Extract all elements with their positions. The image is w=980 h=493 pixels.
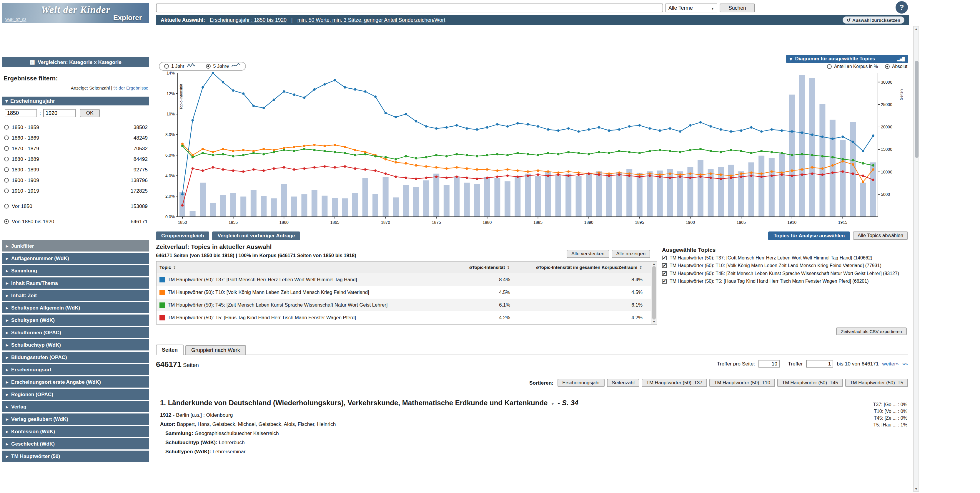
column-header-corpus-intensity[interactable]: øTopic-Intensität im gesamten Korpus/Zei… (519, 265, 651, 270)
display-percent-link[interactable]: % der Ergebnisse (114, 85, 148, 90)
result-title-link[interactable]: 1. Länderkunde von Deutschland (Wiederho… (160, 399, 547, 407)
year-to-input[interactable] (43, 109, 76, 117)
funnel-icon[interactable] (550, 399, 555, 407)
radio-icon[interactable] (4, 219, 9, 224)
app-logo[interactable]: Welt der Kinder Explorer WdK_07_03 (2, 3, 149, 23)
page-input[interactable] (806, 360, 833, 367)
checkbox-icon[interactable] (662, 271, 667, 276)
per-page-input[interactable] (759, 360, 780, 367)
tab-gruppiert-nach-werk[interactable]: Gruppiert nach Werk (185, 345, 246, 354)
scroll-up-icon[interactable] (915, 27, 918, 30)
sidebar-section-header[interactable]: Schulformen (OPAC) (2, 327, 149, 338)
topic-row[interactable]: TM Hauptwörter (50): T45: [Zeit Mensch L… (156, 298, 651, 311)
checkbox-icon[interactable] (662, 263, 667, 268)
scroll-up-icon[interactable] (652, 262, 655, 265)
sidebar-section-header[interactable]: Geschlecht (WdK) (2, 438, 149, 450)
column-header-intensity[interactable]: øTopic-Intensität (451, 265, 519, 270)
sidebar-section-header[interactable]: Konfession (WdK) (2, 426, 149, 437)
year-range-option[interactable]: 1900 - 1909 138796 (4, 175, 148, 185)
sidebar-section-header[interactable]: Regionen (OPAC) (2, 389, 149, 400)
sort-button[interactable]: TM Hauptwörter (50): T5 (845, 379, 908, 387)
search-input[interactable] (156, 3, 663, 12)
checkbox-icon[interactable] (662, 255, 667, 260)
sidebar-section-header[interactable]: Schultypen Allgemein (WdK) (2, 302, 149, 313)
scroll-down-icon[interactable] (915, 487, 918, 491)
compare-category-button[interactable]: Vergleichen: Kategorie x Kategorie (2, 57, 149, 67)
timeline-chart[interactable]: 0.0%2.0%4.0%6.0%8.0%10%12%14%50001000015… (158, 68, 905, 226)
sort-button[interactable]: TM Hauptwörter (50): T10 (710, 379, 775, 387)
sort-icon[interactable] (507, 265, 510, 270)
radio-icon[interactable] (4, 146, 9, 151)
sidebar-section-header[interactable]: Bildungsstufen (OPAC) (2, 352, 149, 363)
radio-icon[interactable] (4, 188, 9, 193)
selected-topic-item[interactable]: TM Hauptwörter (50): T37: [Gott Mensch H… (662, 255, 908, 261)
version-link[interactable]: WdK_07_03 (5, 18, 27, 22)
year-range-option[interactable]: Vor 1850 153089 (4, 201, 148, 211)
scrollbar-thumb[interactable] (652, 266, 656, 319)
sidebar-section-header[interactable]: Erscheinungsort erste Angabe (WdK) (2, 377, 149, 388)
sidebar-section-header[interactable]: Verlag (2, 401, 149, 412)
sort-icon[interactable] (639, 265, 643, 270)
sidebar-section-header[interactable]: Inhalt Raum/Thema (2, 278, 149, 289)
tab-seiten[interactable]: Seiten (156, 345, 184, 355)
sidebar-section-header[interactable]: Schultypen (WdK) (2, 314, 149, 326)
scrollbar-thumb[interactable] (915, 61, 918, 158)
year-filter-header[interactable]: Erscheinungsjahr (2, 97, 149, 105)
topic-row[interactable]: TM Hauptwörter (50): T10: [Volk König Ma… (156, 286, 651, 298)
radio-icon[interactable] (4, 125, 9, 129)
radio-icon[interactable] (4, 204, 9, 209)
year-range-option[interactable]: Von 1850 bis 1920 646171 (4, 216, 148, 227)
deselect-all-topics-button[interactable]: Alle Topics abwählen (853, 231, 908, 240)
year-range-option[interactable]: 1860 - 1869 48249 (4, 132, 148, 143)
hide-all-button[interactable]: Alle verstecken (566, 250, 609, 258)
radio-icon[interactable] (4, 167, 9, 172)
group-compare-button[interactable]: Gruppenvergleich (156, 231, 209, 240)
page-scrollbar[interactable] (913, 26, 919, 492)
checkbox-icon[interactable] (662, 279, 667, 284)
year-range-option[interactable]: 1890 - 1899 92775 (4, 164, 148, 175)
sort-button[interactable]: TM Hauptwörter (50): T37 (642, 379, 707, 387)
sidebar-section-header[interactable]: Erscheinungsort (2, 364, 149, 375)
selection-filter-year[interactable]: Erscheinungsjahr : 1850 bis 1920 (210, 17, 286, 23)
sort-icon[interactable] (173, 265, 176, 270)
scroll-down-icon[interactable] (652, 320, 655, 323)
topics-table-scrollbar[interactable] (651, 262, 657, 324)
selected-topic-item[interactable]: TM Hauptwörter (50): T5: [Haus Tag Kind … (662, 278, 908, 284)
sidebar-section-header[interactable]: Inhalt: Zeit (2, 290, 149, 301)
radio-icon[interactable] (4, 178, 9, 183)
sidebar-section-header[interactable]: Junkfilter (2, 240, 149, 252)
year-from-input[interactable] (5, 109, 37, 117)
selection-filter-junk[interactable]: min. 50 Worte, min. 3 Sätze, geringer An… (298, 17, 445, 23)
show-all-button[interactable]: Alle anzeigen (612, 250, 651, 258)
column-header-topic[interactable]: Topic (156, 265, 451, 270)
year-ok-button[interactable]: OK (80, 109, 100, 117)
year-range-option[interactable]: 1870 - 1879 70532 (4, 143, 148, 154)
sort-button[interactable]: Erscheinungsjahr (557, 379, 605, 387)
radio-icon[interactable] (206, 64, 211, 69)
diagram-selected-topics-button[interactable]: Diagramm für ausgewählte Topics (786, 55, 908, 63)
next-page-link[interactable]: weiter» (882, 361, 899, 367)
term-select[interactable]: Alle Terme (665, 3, 717, 12)
previous-query-compare-button[interactable]: Vergleich mit vorheriger Anfrage (212, 231, 300, 240)
radio-icon[interactable] (4, 136, 9, 140)
sidebar-section-header[interactable]: TM Hauptwörter (50) (2, 451, 149, 462)
sidebar-section-header[interactable]: Auflagennummer (WdK) (2, 253, 149, 264)
selected-topic-item[interactable]: TM Hauptwörter (50): T45: [Zeit Mensch L… (662, 271, 908, 276)
topic-row[interactable]: TM Hauptwörter (50): T5: [Haus Tag Kind … (156, 311, 651, 324)
export-csv-button[interactable]: Zeitverlauf als CSV exportieren (836, 327, 907, 335)
sort-button[interactable]: TM Hauptwörter (50): T45 (777, 379, 843, 387)
help-icon[interactable]: ? (896, 1, 908, 14)
year-range-option[interactable]: 1910 - 1919 172825 (4, 185, 148, 196)
topic-row[interactable]: TM Hauptwörter (50): T37: [Gott Mensch H… (156, 273, 651, 286)
sidebar-section-header[interactable]: Verlag gesäubert (WdK) (2, 413, 149, 425)
search-button[interactable]: Suchen (720, 3, 755, 12)
sort-button[interactable]: Seitenzahl (607, 379, 639, 387)
selected-topic-item[interactable]: TM Hauptwörter (50): T10: [Volk König Ma… (662, 263, 908, 269)
year-range-option[interactable]: 1880 - 1889 84492 (4, 154, 148, 164)
radio-icon[interactable] (164, 64, 169, 69)
radio-icon[interactable] (4, 157, 9, 161)
last-page-link[interactable]: »» (902, 361, 908, 367)
reset-selection-button[interactable]: Auswahl zurücksetzen (843, 16, 904, 24)
sidebar-section-header[interactable]: Schulbuchtyp (WdK) (2, 339, 149, 351)
select-topics-button[interactable]: Topics für Analyse auswählen (768, 231, 850, 240)
